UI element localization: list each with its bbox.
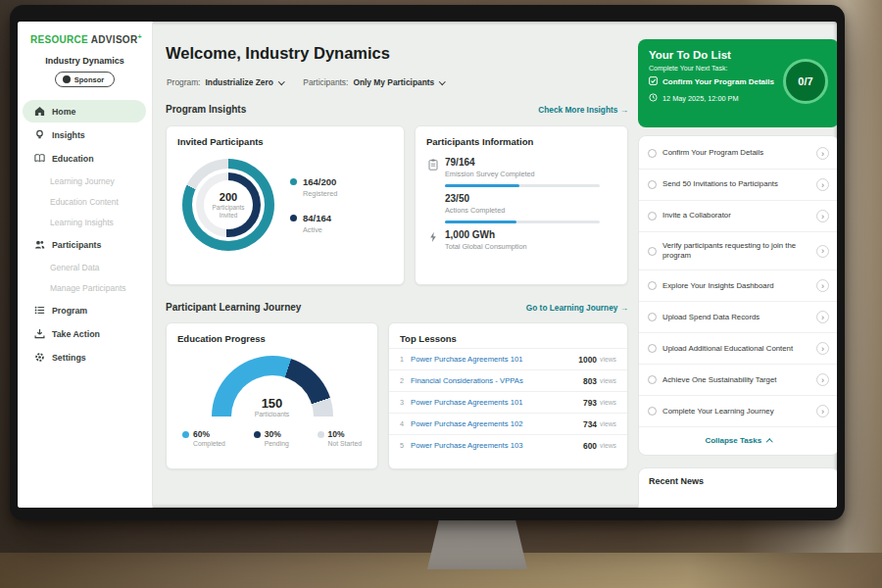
todo-item[interactable]: Upload Spend Data Records › (639, 302, 837, 333)
sidebar-item-settings[interactable]: Settings (23, 346, 146, 368)
todo-checkbox[interactable] (648, 149, 657, 158)
sidebar-item-home[interactable]: Home (23, 100, 146, 122)
legend-item-not-started: 10% Not Started (318, 429, 362, 447)
filter-bar: Program: Industrialize Zero Participants… (167, 77, 445, 87)
lesson-link[interactable]: Power Purchase Agreements 101 (411, 355, 578, 364)
donut-center: 200 Participants Invited (182, 159, 274, 251)
lesson-link[interactable]: Power Purchase Agreements 102 (411, 419, 583, 428)
stat-emission-survey: 79/164 Emission Survey Completed (416, 151, 627, 187)
sidebar-item-label: Participants (52, 240, 101, 250)
book-icon (34, 153, 45, 164)
todo-item[interactable]: Explore Your Insights Dashboard › (639, 270, 837, 302)
program-filter-label: Program: (167, 77, 200, 87)
todo-next-task[interactable]: Confirm Your Program Details (649, 76, 774, 87)
chevron-right-icon[interactable]: › (816, 245, 829, 258)
todo-item[interactable]: Invite a Collaborator › (639, 201, 837, 232)
todo-item[interactable]: Upload Additional Educational Content › (639, 333, 837, 365)
sidebar-item-manage-participants[interactable]: Manage Participants (18, 277, 152, 298)
chevron-right-icon[interactable]: › (816, 311, 829, 323)
gauge-center: 150 Participants (212, 396, 333, 416)
chevron-down-icon (278, 78, 284, 84)
invited-participants-donut: 200 Participants Invited (182, 159, 274, 251)
donut-legend: 164/200 Registered 84/164 Active (290, 176, 337, 251)
sidebar-item-program[interactable]: Program (23, 299, 146, 321)
org-name: Industry Dynamics (18, 56, 152, 66)
people-icon (34, 239, 45, 250)
sidebar-item-take-action[interactable]: Take Action (23, 322, 146, 345)
arrow-right-icon: → (620, 105, 628, 115)
todo-item[interactable]: Send 50 Invitations to Participants › (639, 170, 837, 201)
collapse-tasks-link[interactable]: Collapse Tasks (639, 427, 837, 453)
todo-item[interactable]: Complete Your Learning Journey › (639, 396, 837, 427)
sidebar-item-insights[interactable]: Insights (23, 123, 146, 146)
check-more-insights-link[interactable]: Check More Insights → (538, 105, 628, 115)
sidebar-item-label: Settings (52, 353, 86, 363)
arrow-right-icon: → (620, 303, 628, 313)
sidebar-item-learning-journey[interactable]: Learning Journey (18, 171, 152, 191)
participants-filter-label: Participants: (303, 77, 348, 87)
sidebar-item-label: Home (52, 107, 75, 117)
go-to-learning-journey-link[interactable]: Go to Learning Journey → (526, 303, 628, 313)
energy-icon (427, 231, 438, 251)
lesson-row[interactable]: 4 Power Purchase Agreements 102 734views (389, 413, 627, 434)
monitor-bezel: RESOURCE ADVISOR+ Industry Dynamics Spon… (10, 5, 845, 520)
legend-dot (290, 215, 297, 221)
card-title: Participants Information (416, 126, 627, 151)
section-title: Program Insights (166, 104, 246, 115)
todo-checkbox[interactable] (648, 407, 657, 416)
stat-label: Total Global Consumption (445, 242, 527, 251)
logo-plus: + (137, 33, 141, 40)
sidebar-item-participants[interactable]: Participants (23, 233, 146, 256)
chevron-right-icon[interactable]: › (816, 178, 829, 191)
sidebar-item-education-content[interactable]: Education Content (18, 191, 152, 212)
education-progress-card: Education Progress 150 Participants 60% … (166, 322, 378, 469)
chevron-right-icon[interactable]: › (816, 210, 829, 222)
todo-checkbox[interactable] (648, 247, 657, 256)
lesson-row[interactable]: 5 Power Purchase Agreements 103 600views (389, 434, 627, 456)
todo-checkbox[interactable] (648, 375, 657, 384)
gauge-legend: 60% Completed 30% Pending 10% Not Starte… (167, 429, 377, 447)
chevron-right-icon[interactable]: › (816, 342, 829, 355)
logo-text-advisor: ADVISOR (91, 34, 138, 45)
lesson-row[interactable]: 3 Power Purchase Agreements 101 793views (389, 391, 627, 413)
chevron-right-icon[interactable]: › (816, 147, 829, 160)
todo-checkbox[interactable] (648, 344, 657, 353)
todo-item[interactable]: Confirm Your Program Details › (639, 138, 837, 170)
sponsor-badge: Sponsor (55, 72, 115, 87)
legend-item-completed: 60% Completed (182, 429, 225, 447)
todo-checkbox[interactable] (648, 313, 657, 321)
lesson-link[interactable]: Power Purchase Agreements 101 (411, 398, 583, 407)
progress-bar (445, 184, 600, 187)
gear-icon (34, 352, 45, 363)
chevron-right-icon[interactable]: › (816, 373, 829, 386)
monitor-stand (427, 518, 527, 569)
todo-checkbox[interactable] (648, 212, 657, 220)
lesson-row[interactable]: 2 Financial Considerations - VPPAs 803vi… (389, 369, 627, 391)
participants-information-card: Participants Information 79/164 Emission… (415, 125, 628, 285)
chevron-right-icon[interactable]: › (816, 279, 829, 292)
todo-checkbox[interactable] (648, 281, 657, 290)
todo-item[interactable]: Verify participants requesting to join t… (639, 232, 837, 270)
legend-dot (318, 431, 324, 438)
lesson-link[interactable]: Power Purchase Agreements 103 (411, 441, 583, 450)
gauge-center-label: Participants (212, 411, 333, 416)
chevron-right-icon[interactable]: › (816, 405, 829, 417)
lesson-link[interactable]: Financial Considerations - VPPAs (411, 376, 583, 385)
sponsor-label: Sponsor (74, 75, 104, 84)
sidebar-item-label: Education (52, 154, 94, 164)
program-filter-dropdown[interactable]: Industrialize Zero (205, 77, 283, 87)
sidebar-item-learning-insights[interactable]: Learning Insights (18, 212, 152, 232)
lesson-row[interactable]: 1 Power Purchase Agreements 101 1000view… (389, 348, 627, 369)
participants-filter-dropdown[interactable]: Only My Participants (353, 77, 444, 87)
todo-item[interactable]: Achieve One Sustainability Target › (639, 365, 837, 396)
stat-value: 23/50 (445, 193, 600, 204)
program-insights-header: Program Insights Check More Insights → (166, 104, 628, 115)
sidebar-item-general-data[interactable]: General Data (18, 257, 152, 277)
sidebar-item-education[interactable]: Education (23, 147, 146, 170)
todo-checkbox[interactable] (648, 180, 657, 189)
stat-global-consumption: 1,000 GWh Total Global Consumption (416, 223, 627, 251)
legend-dot (254, 431, 261, 438)
logo-text-resource: RESOURCE (30, 34, 88, 45)
stat-label: Emission Survey Completed (445, 170, 600, 178)
sidebar-item-label: Take Action (52, 329, 100, 339)
